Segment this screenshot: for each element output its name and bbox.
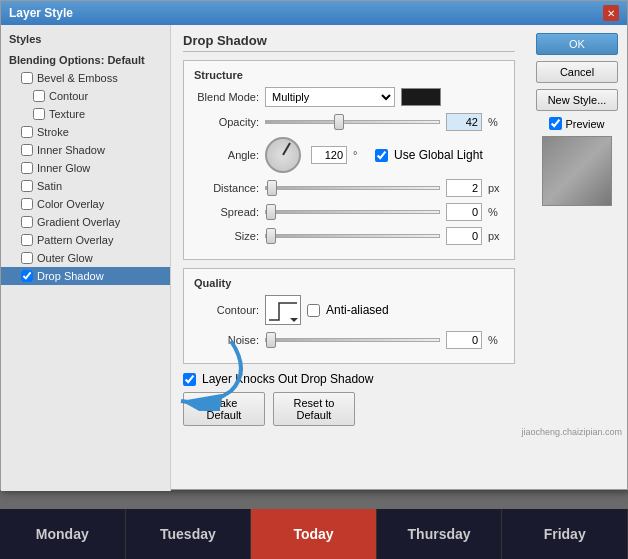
- stroke-checkbox[interactable]: [21, 126, 33, 138]
- tab-monday[interactable]: Monday: [0, 509, 126, 559]
- angle-dial[interactable]: [265, 137, 301, 173]
- size-row: Size: px: [194, 227, 504, 245]
- outer-glow-checkbox[interactable]: [21, 252, 33, 264]
- opacity-slider[interactable]: [265, 120, 440, 124]
- quality-group: Quality Contour: Anti-aliased Noise:: [183, 268, 515, 364]
- gradient-overlay-checkbox[interactable]: [21, 216, 33, 228]
- layer-style-dialog: Layer Style ✕ Styles Blending Options: D…: [0, 0, 628, 490]
- sidebar: Styles Blending Options: Default Bevel &…: [1, 25, 171, 491]
- dialog-content: Styles Blending Options: Default Bevel &…: [1, 25, 627, 491]
- preview-box: [542, 136, 612, 206]
- satin-checkbox[interactable]: [21, 180, 33, 192]
- tab-friday[interactable]: Friday: [502, 509, 628, 559]
- opacity-input[interactable]: [446, 113, 482, 131]
- blend-mode-row: Blend Mode: Multiply: [194, 87, 504, 107]
- sidebar-item-inner-glow[interactable]: Inner Glow: [1, 159, 170, 177]
- global-light-label: Use Global Light: [394, 148, 483, 162]
- inner-glow-label: Inner Glow: [37, 162, 90, 174]
- distance-input[interactable]: [446, 179, 482, 197]
- quality-title: Quality: [194, 277, 504, 289]
- gradient-overlay-label: Gradient Overlay: [37, 216, 120, 228]
- inner-glow-checkbox[interactable]: [21, 162, 33, 174]
- layer-knocks-out-row: Layer Knocks Out Drop Shadow: [183, 372, 515, 386]
- make-default-button[interactable]: Make Default: [183, 392, 265, 426]
- anti-aliased-checkbox[interactable]: [307, 304, 320, 317]
- sidebar-item-outer-glow[interactable]: Outer Glow: [1, 249, 170, 267]
- tab-tuesday[interactable]: Tuesday: [126, 509, 252, 559]
- texture-label: Texture: [49, 108, 85, 120]
- size-input[interactable]: [446, 227, 482, 245]
- preview-checkbox[interactable]: [549, 117, 562, 130]
- opacity-row: Opacity: %: [194, 113, 504, 131]
- sidebar-item-stroke[interactable]: Stroke: [1, 123, 170, 141]
- contour-thumbnail[interactable]: [265, 295, 301, 325]
- dialog-title: Layer Style: [9, 6, 73, 20]
- outer-glow-label: Outer Glow: [37, 252, 93, 264]
- main-panel: Drop Shadow Structure Blend Mode: Multip…: [171, 25, 527, 491]
- drop-shadow-label: Drop Shadow: [37, 270, 104, 282]
- sidebar-item-texture[interactable]: Texture: [1, 105, 170, 123]
- sidebar-item-bevel-emboss[interactable]: Bevel & Emboss: [1, 69, 170, 87]
- sidebar-item-pattern-overlay[interactable]: Pattern Overlay: [1, 231, 170, 249]
- spread-row: Spread: %: [194, 203, 504, 221]
- action-buttons-row: Make Default Reset to Default: [183, 392, 515, 426]
- noise-label: Noise:: [194, 334, 259, 346]
- preview-inner: [543, 137, 611, 205]
- stroke-label: Stroke: [37, 126, 69, 138]
- tab-thursday[interactable]: Thursday: [377, 509, 503, 559]
- drop-shadow-checkbox[interactable]: [21, 270, 33, 282]
- tab-today[interactable]: Today: [251, 509, 377, 559]
- section-title: Drop Shadow: [183, 33, 515, 52]
- color-swatch[interactable]: [401, 88, 441, 106]
- blend-mode-select[interactable]: Multiply: [265, 87, 395, 107]
- sidebar-item-satin[interactable]: Satin: [1, 177, 170, 195]
- layer-knocks-out-checkbox[interactable]: [183, 373, 196, 386]
- blending-options-header[interactable]: Blending Options: Default: [1, 51, 170, 69]
- title-bar: Layer Style ✕: [1, 1, 627, 25]
- sidebar-item-contour[interactable]: Contour: [1, 87, 170, 105]
- noise-unit: %: [488, 334, 504, 346]
- distance-label: Distance:: [194, 182, 259, 194]
- sidebar-item-drop-shadow[interactable]: Drop Shadow: [1, 267, 170, 285]
- inner-shadow-checkbox[interactable]: [21, 144, 33, 156]
- contour-label: Contour: [49, 90, 88, 102]
- sidebar-item-color-overlay[interactable]: Color Overlay: [1, 195, 170, 213]
- contour-checkbox[interactable]: [33, 90, 45, 102]
- tab-today-label: Today: [293, 526, 333, 542]
- angle-label: Angle:: [194, 149, 259, 161]
- pattern-overlay-label: Pattern Overlay: [37, 234, 113, 246]
- reset-to-default-button[interactable]: Reset to Default: [273, 392, 355, 426]
- noise-slider[interactable]: [265, 338, 440, 342]
- spread-slider[interactable]: [265, 210, 440, 214]
- cancel-button[interactable]: Cancel: [536, 61, 618, 83]
- contour-label: Contour:: [194, 304, 259, 316]
- size-unit: px: [488, 230, 504, 242]
- structure-group: Structure Blend Mode: Multiply Opacity: …: [183, 60, 515, 260]
- pattern-overlay-checkbox[interactable]: [21, 234, 33, 246]
- ok-button[interactable]: OK: [536, 33, 618, 55]
- angle-input[interactable]: [311, 146, 347, 164]
- new-style-button[interactable]: New Style...: [536, 89, 618, 111]
- tab-monday-label: Monday: [36, 526, 89, 542]
- distance-slider[interactable]: [265, 186, 440, 190]
- tab-bar: Monday Tuesday Today Thursday Friday: [0, 509, 628, 559]
- bevel-emboss-checkbox[interactable]: [21, 72, 33, 84]
- bevel-emboss-label: Bevel & Emboss: [37, 72, 118, 84]
- preview-label-text: Preview: [565, 118, 604, 130]
- spread-unit: %: [488, 206, 504, 218]
- close-button[interactable]: ✕: [603, 5, 619, 21]
- global-light-checkbox[interactable]: [375, 149, 388, 162]
- size-slider[interactable]: [265, 234, 440, 238]
- color-overlay-label: Color Overlay: [37, 198, 104, 210]
- anti-aliased-label: Anti-aliased: [326, 303, 389, 317]
- styles-header: Styles: [1, 29, 170, 49]
- sidebar-item-gradient-overlay[interactable]: Gradient Overlay: [1, 213, 170, 231]
- contour-row: Contour: Anti-aliased: [194, 295, 504, 325]
- angle-unit: °: [353, 149, 369, 161]
- texture-checkbox[interactable]: [33, 108, 45, 120]
- sidebar-item-inner-shadow[interactable]: Inner Shadow: [1, 141, 170, 159]
- color-overlay-checkbox[interactable]: [21, 198, 33, 210]
- spread-input[interactable]: [446, 203, 482, 221]
- noise-input[interactable]: [446, 331, 482, 349]
- watermark: jiaocheng.chaizipian.com: [521, 427, 622, 437]
